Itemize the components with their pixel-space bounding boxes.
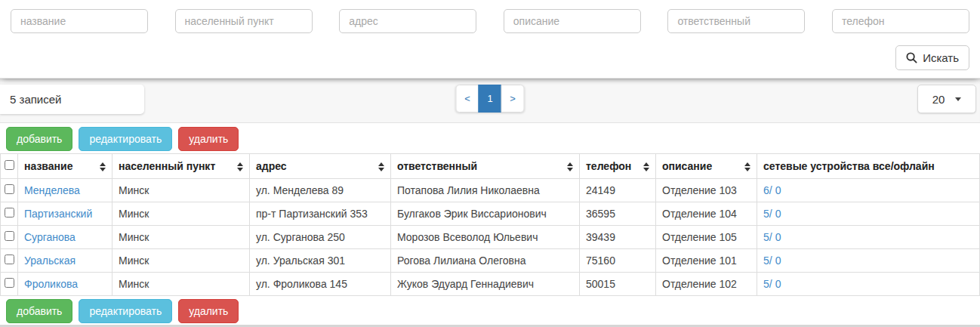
pagination: < 1 > xyxy=(456,85,525,113)
toolbar-top: добавить редактировать удалить xyxy=(6,127,980,151)
record-name-link[interactable]: Фроликова xyxy=(24,278,78,290)
devices-all-link[interactable]: 6 xyxy=(763,184,769,196)
phone-cell: 75160 xyxy=(580,249,656,273)
records-count: 5 записей xyxy=(0,85,144,114)
description-filter-input[interactable] xyxy=(504,9,641,33)
column-header-address[interactable]: адрес xyxy=(250,154,391,179)
search-button-label: Искать xyxy=(923,51,959,64)
phone-cell: 36595 xyxy=(580,202,656,226)
table-row: Сурганова Минск ул. Сурганова 250 Морозо… xyxy=(1,226,980,249)
sort-icon[interactable] xyxy=(744,162,750,171)
description-cell: Отделение 104 xyxy=(656,202,757,226)
responsible-cell: Морозов Всеволод Юльевич xyxy=(391,226,580,249)
search-actions: Искать xyxy=(11,45,969,70)
record-name-link[interactable]: Сурганова xyxy=(24,231,76,243)
page-size-select[interactable]: 20 xyxy=(917,85,976,113)
sort-icon[interactable] xyxy=(643,162,649,171)
description-cell: Отделение 101 xyxy=(656,249,757,273)
address-cell: ул. Уральская 301 xyxy=(250,249,391,273)
responsible-cell: Булгаков Эрик Виссарионович xyxy=(391,202,580,226)
row-checkbox[interactable] xyxy=(5,184,14,194)
phone-filter-input[interactable] xyxy=(832,9,969,33)
records-table: название населенный пункт адрес ответств… xyxy=(0,153,980,296)
edit-button[interactable]: редактировать xyxy=(79,299,172,323)
delete-button[interactable]: удалить xyxy=(178,127,239,151)
devices-all-link[interactable]: 5 xyxy=(763,255,769,267)
devices-offline-link[interactable]: 0 xyxy=(775,208,781,220)
row-checkbox[interactable] xyxy=(5,208,14,217)
search-fields-row xyxy=(11,9,969,33)
phone-cell: 39439 xyxy=(580,226,656,249)
column-header-devices: сетевые устройства все/офлайн xyxy=(757,154,980,179)
table-row: Уральская Минск ул. Уральская 301 Рогова… xyxy=(1,249,980,273)
search-panel: Искать xyxy=(0,0,980,79)
address-cell: пр-т Партизанский 353 xyxy=(250,202,391,226)
add-button[interactable]: добавить xyxy=(6,127,72,151)
devices-all-link[interactable]: 5 xyxy=(763,208,769,220)
sort-icon[interactable] xyxy=(567,162,573,171)
record-name-link[interactable]: Менделева xyxy=(24,184,80,196)
add-button[interactable]: добавить xyxy=(6,299,72,323)
chevron-down-icon xyxy=(955,97,961,101)
toolbar-bottom: добавить редактировать удалить xyxy=(6,299,980,323)
devices-offline-link[interactable]: 0 xyxy=(775,231,781,243)
sort-icon[interactable] xyxy=(378,162,384,171)
city-cell: Минск xyxy=(112,202,250,226)
column-header-name[interactable]: название xyxy=(18,154,112,179)
record-name-link[interactable]: Уральская xyxy=(24,255,76,267)
devices-offline-link[interactable]: 0 xyxy=(775,255,781,267)
pagination-page-1[interactable]: 1 xyxy=(479,85,502,113)
devices-all-link[interactable]: 5 xyxy=(763,278,769,290)
devices-all-link[interactable]: 5 xyxy=(763,231,769,243)
city-cell: Минск xyxy=(112,273,250,296)
address-cell: ул. Менделева 89 xyxy=(250,179,391,202)
table-row: Фроликова Минск ул. Фроликова 145 Жуков … xyxy=(1,273,980,296)
page-size-value: 20 xyxy=(932,93,945,106)
pagination-next-button[interactable]: > xyxy=(501,85,525,113)
delete-button[interactable]: удалить xyxy=(178,299,239,323)
row-checkbox[interactable] xyxy=(5,255,14,264)
city-cell: Минск xyxy=(112,226,250,249)
description-cell: Отделение 102 xyxy=(656,273,757,296)
phone-cell: 24149 xyxy=(580,179,656,202)
table-header-row: название населенный пункт адрес ответств… xyxy=(1,154,980,179)
city-filter-input[interactable] xyxy=(175,9,313,33)
sort-icon[interactable] xyxy=(100,162,106,171)
devices-offline-link[interactable]: 0 xyxy=(775,278,781,290)
address-cell: ул. Сурганова 250 xyxy=(250,226,391,249)
column-header-responsible[interactable]: ответственный xyxy=(391,154,580,179)
column-header-description[interactable]: описание xyxy=(656,154,757,179)
name-filter-input[interactable] xyxy=(11,9,148,33)
responsible-cell: Жуков Эдуард Геннадиевич xyxy=(391,273,580,296)
phone-cell: 50015 xyxy=(580,273,656,296)
select-all-checkbox[interactable] xyxy=(5,160,14,170)
table-row: Партизанский Минск пр-т Партизанский 353… xyxy=(1,202,980,226)
responsible-cell: Рогова Лилиана Олеговна xyxy=(391,249,580,273)
address-cell: ул. Фроликова 145 xyxy=(250,273,391,296)
description-cell: Отделение 105 xyxy=(656,226,757,249)
devices-offline-link[interactable]: 0 xyxy=(775,184,781,196)
responsible-cell: Потапова Лилия Николаевна xyxy=(391,179,580,202)
search-button[interactable]: Искать xyxy=(895,45,969,70)
responsible-filter-input[interactable] xyxy=(667,9,805,33)
description-cell: Отделение 103 xyxy=(656,179,757,202)
search-icon xyxy=(906,52,917,63)
edit-button[interactable]: редактировать xyxy=(79,127,172,151)
table-row: Менделева Минск ул. Менделева 89 Потапов… xyxy=(1,179,980,202)
row-checkbox[interactable] xyxy=(5,278,14,288)
city-cell: Минск xyxy=(112,179,250,202)
city-cell: Минск xyxy=(112,249,250,273)
address-filter-input[interactable] xyxy=(339,9,476,33)
row-checkbox[interactable] xyxy=(5,231,14,241)
column-header-phone[interactable]: телефон xyxy=(580,154,656,179)
sort-icon[interactable] xyxy=(237,162,243,171)
pagination-prev-button[interactable]: < xyxy=(456,85,479,113)
column-header-city[interactable]: населенный пункт xyxy=(112,154,250,179)
record-name-link[interactable]: Партизанский xyxy=(24,208,92,220)
meta-band: 5 записей < 1 > 20 xyxy=(0,79,980,123)
